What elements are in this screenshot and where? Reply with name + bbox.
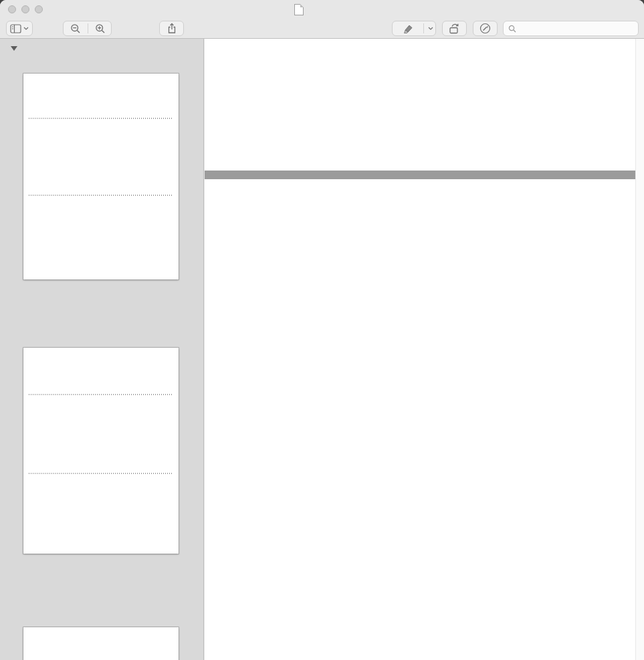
thumbnail-page-3[interactable]: [23, 74, 179, 280]
sidebar-icon: [10, 24, 23, 33]
pdf-page-7: [205, 179, 635, 660]
share-icon: [167, 23, 177, 34]
thumb-chart: [31, 89, 171, 119]
disclosure-triangle-icon[interactable]: [11, 46, 17, 51]
pdf-page-6-bottom: [205, 39, 635, 171]
page-separator: [205, 171, 635, 179]
transit-chart-thumb: [31, 445, 171, 472]
share-button[interactable]: [159, 21, 184, 36]
toolbar: [0, 19, 644, 39]
close-button[interactable]: [8, 5, 16, 13]
sidebar-document-group[interactable]: [0, 39, 203, 58]
thumbnail-page-4[interactable]: [23, 348, 179, 554]
zoom-out-button[interactable]: [64, 21, 88, 35]
transit-chart-thumb: [31, 89, 171, 117]
search-field[interactable]: [503, 21, 639, 36]
zoom-in-icon: [95, 23, 106, 34]
chevron-down-icon: [428, 27, 433, 30]
sidebar: [0, 39, 204, 660]
transit-chart-thumb: [31, 641, 171, 660]
search-input[interactable]: [520, 23, 629, 34]
highlight-button[interactable]: [393, 21, 423, 35]
rotate-icon: [449, 23, 461, 34]
markup-pencil-icon: [479, 23, 491, 34]
thumb-chart: [31, 366, 171, 395]
search-icon: [508, 25, 516, 33]
scrollbar-track[interactable]: [635, 39, 644, 660]
thumb-chart: [31, 445, 171, 474]
sidebar-view-button[interactable]: [6, 21, 33, 36]
thumbnail-page-5[interactable]: [23, 627, 179, 660]
minimize-button[interactable]: [21, 5, 29, 13]
thumb-chart: [31, 169, 171, 196]
transit-chart-thumb: [31, 169, 171, 194]
transit-chart-neptuno: [225, 352, 634, 429]
chevron-down-icon: [23, 27, 29, 30]
chart-neptuno-neptuno: [225, 352, 634, 429]
zoom-button-group: [63, 21, 112, 36]
section-header: [205, 39, 635, 69]
rotate-button[interactable]: [442, 21, 467, 36]
highlight-button-group: [392, 21, 436, 36]
preview-window: [0, 0, 644, 660]
highlight-dropdown-button[interactable]: [424, 21, 437, 35]
titlebar: [0, 0, 644, 19]
thumb-chart: [31, 641, 171, 660]
transit-chart-thumb: [31, 366, 171, 393]
markup-toolbar-button[interactable]: [473, 21, 498, 36]
transit-chart-saturno: [225, 207, 634, 290]
zoom-in-button[interactable]: [88, 21, 112, 35]
chart-saturno-neptuno: [225, 207, 634, 291]
zoom-out-icon: [70, 23, 81, 34]
zoom-window-button[interactable]: [35, 5, 43, 13]
pdf-proxy-icon: [294, 4, 304, 15]
main-view: [205, 39, 635, 660]
highlighter-icon: [403, 23, 414, 34]
